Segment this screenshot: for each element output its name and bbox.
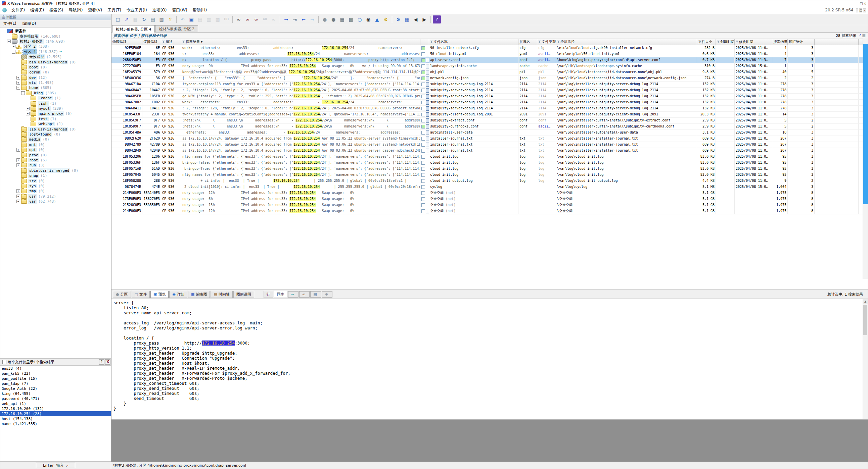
column-header-desc[interactable]: 描述 [161, 39, 181, 45]
column-header-type[interactable]: 文件类型 [537, 39, 556, 45]
enter-input-button[interactable]: Enter 输入 ↵ [36, 463, 75, 468]
search-panel-help-button[interactable]: ? [99, 359, 104, 365]
filter-icon[interactable] [557, 41, 560, 43]
menu-item[interactable]: 选项(O) [150, 7, 169, 14]
search-hit-row[interactable]: 18C85C9F79F7CP 936:nets:\n\ \ ens33:\n a… [112, 118, 868, 124]
tree-item[interactable]: cdrom(0) [0, 70, 111, 75]
minimize-button[interactable]: — [856, 2, 859, 5]
next-item-icon[interactable]: ▶ [421, 15, 429, 24]
text-replace-icon[interactable]: AB [261, 15, 269, 24]
column-header-icon[interactable] [421, 39, 429, 45]
create-image-icon[interactable]: ↻ [140, 15, 148, 24]
position-icon-button[interactable]: ⊕ [322, 291, 333, 298]
search-hit-row[interactable]: 18F0570455045CP 936nfig names for {'ethe… [112, 172, 868, 178]
copy-block-icon[interactable]: ▨ [214, 15, 222, 24]
menu-item[interactable]: 文件(F) [9, 7, 28, 14]
scroll-up-icon[interactable]: ▲ [863, 299, 868, 304]
document-tab[interactable]: 检材3-服务器, 分区 2 [155, 25, 198, 32]
search-hit-row[interactable]: 18C85D9F79F7CP 936:nets:\n\ \ ens33:\n a… [112, 124, 868, 130]
save-case-icon[interactable]: ▦ [131, 15, 140, 24]
filter-icon[interactable] [430, 41, 433, 43]
tree-item[interactable]: boot(0) [0, 65, 111, 70]
tree-item[interactable]: +opt(0) [0, 147, 111, 152]
search-hit-row[interactable]: 18C85433F233FCP 936tworkStretchy 4 manua… [112, 112, 868, 118]
column-header-size[interactable]: 文件大小 [697, 39, 716, 45]
expand-icon[interactable]: + [17, 148, 20, 152]
search-hit-row[interactable]: 18EE0E184184CP 936s: ens33: addresses: -… [112, 51, 868, 57]
new-file-icon[interactable]: ▢ [114, 15, 122, 24]
document-tab[interactable]: 检材3-服务器, 分区 4 [112, 25, 155, 33]
column-header-phys[interactable]: 物理偏移 [112, 39, 143, 45]
properties-icon[interactable]: ▧ [157, 15, 165, 24]
menu-item[interactable]: 编辑(E) [28, 7, 47, 14]
search-hit-row[interactable]: 9BA6B5EB105EBCP 936ge NEW {'family': 2, … [112, 94, 868, 100]
tree-item[interactable]: +root(5) [0, 158, 111, 163]
tab-timeline[interactable]: ▤时间轴 [211, 291, 232, 298]
tree-item[interactable]: +nginx-proxy(6) [0, 111, 111, 116]
column-header-hits[interactable]: 搜索结果 [772, 39, 788, 45]
tree-item[interactable]: media(0) [0, 137, 111, 142]
preview-scroll-thumb[interactable] [863, 305, 867, 335]
tree-item[interactable]: +dev(12) [0, 75, 111, 80]
calculator-icon[interactable]: ▩ [347, 15, 355, 24]
breadcrumb[interactable]: 搜索结果 位于 | 根目录和子目录 [114, 33, 167, 38]
search-hit-row[interactable]: 9BA6B4A7104A7CP 936: 2, 'flags': 128, 'f… [112, 88, 868, 94]
tree-item[interactable]: lost+found(0) [0, 132, 111, 137]
tree-item[interactable]: web-api(1) [0, 122, 111, 127]
paste-special-icon[interactable]: ▥ [205, 15, 213, 24]
tree-item[interactable]: −检材3-服务器(146,698) [0, 39, 111, 44]
tab-details[interactable]: ◉详细 [169, 291, 187, 298]
tree-item[interactable]: +var(62,748) [0, 199, 111, 204]
table-scroll-thumb[interactable] [863, 44, 868, 204]
close-button[interactable]: × [864, 2, 866, 5]
search-term-item[interactable]: ens33 (4) [0, 366, 111, 371]
binary-copy-icon[interactable]: 101 [222, 15, 230, 24]
search-hit-row[interactable]: 9B02F6202F620CP 936ss 172.16.10.147/24, … [112, 136, 868, 142]
search-hit-row[interactable]: 18F05336F136FCP 936bringup=False: {'ethe… [112, 160, 868, 166]
tab-preview[interactable]: ▣预览 [150, 291, 168, 298]
search-panel-close-button[interactable]: X [105, 359, 111, 365]
tree-item[interactable]: +usr(79,212) [0, 194, 111, 199]
tree-item[interactable]: snap(1) [0, 173, 111, 178]
search-hits-icon-button[interactable]: ∞ [299, 291, 310, 298]
tree-item[interactable]: −home(305) [0, 85, 111, 90]
expand-icon[interactable]: + [17, 163, 20, 167]
search-term-item[interactable]: pam_pwdfile (15) [0, 376, 111, 381]
search-hit-row[interactable]: 2772760F3F3CP 936nory usage: 9% IPv4 add… [112, 63, 868, 69]
search-hit-row[interactable]: 173E0E0F3156270F3CP 936nory usage: 6% IP… [112, 196, 868, 202]
one-hit-per-file-checkbox[interactable] [2, 360, 6, 364]
file-preview-content[interactable]: server { listen 80; server_name api-serv… [112, 299, 868, 411]
maximize-button[interactable]: □ [860, 2, 863, 5]
tree-item[interactable]: bin.usr-is-merged(0) [0, 59, 111, 64]
search-hit-row[interactable]: 26B6450E3E3CP 936n; location / { proxy_p… [112, 57, 868, 63]
menu-item[interactable]: 工具(T) [105, 7, 124, 14]
expand-icon[interactable]: + [17, 195, 20, 198]
menu-item[interactable]: 窗口(W) [169, 7, 190, 14]
search-term-item[interactable]: web_api (1) [0, 401, 111, 406]
tree-item[interactable]: +mysql(289) [0, 106, 111, 111]
capture-icon[interactable]: ◉ [364, 15, 372, 24]
tree-item[interactable]: sys(0) [0, 183, 111, 189]
expand-icon[interactable]: + [26, 112, 30, 115]
tree-item[interactable]: proc(0) [0, 152, 111, 157]
copy-lines-icon-button[interactable]: ▤ [310, 291, 321, 298]
goto-page-icon[interactable]: ⇥ [291, 15, 299, 24]
column-header-modified[interactable]: 修改时间 [735, 39, 772, 45]
tab-legend[interactable]: 图例说明 [234, 291, 254, 298]
search-hit-row[interactable]: 9BA670D2C0D2CP 936work: ethernets: ens33… [112, 100, 868, 106]
ram-view-icon[interactable]: ▦ [338, 15, 346, 24]
expand-icon[interactable]: + [17, 200, 20, 203]
tree-item[interactable]: −king(305) [0, 91, 111, 96]
menu-item[interactable]: 查看(V) [86, 7, 105, 14]
tree-item[interactable]: +etc(1,495) [0, 80, 111, 85]
tree-item[interactable]: 案件根目录(146,698) [0, 34, 111, 39]
disk-tools-icon[interactable]: ● [330, 15, 338, 24]
collapse-icon[interactable]: − [17, 86, 20, 90]
tree-item[interactable]: lib.usr-is-merged(0) [0, 127, 111, 132]
search-hit-row[interactable]: 9B04278942789CP 936ss 172.16.10.147/24, … [112, 142, 868, 148]
column-header-created[interactable]: 创建时间 [716, 39, 735, 45]
menu-item[interactable]: 专业工具(I) [124, 7, 150, 14]
save-results-icon[interactable]: ▦ [862, 33, 866, 38]
search-hit-row[interactable]: 18F2A5379379CP 936None接?network撸??ethern… [112, 69, 868, 75]
tree-item[interactable]: +tmp(0) [0, 189, 111, 194]
